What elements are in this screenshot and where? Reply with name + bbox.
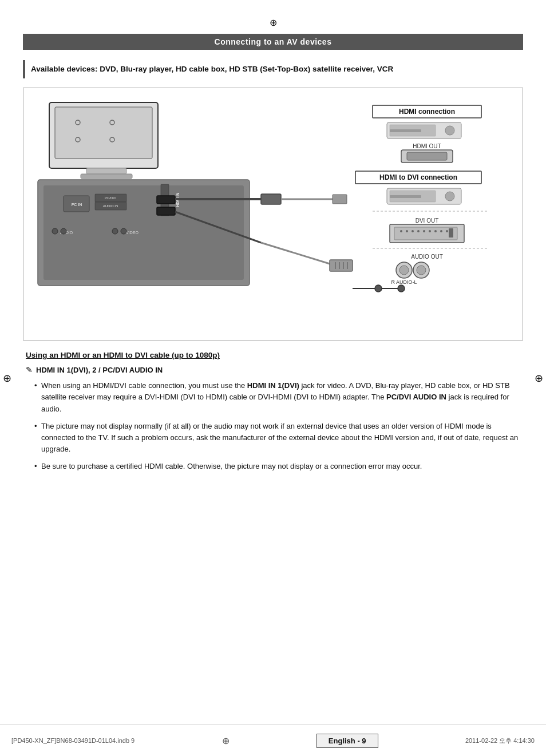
- svg-point-75: [417, 266, 426, 275]
- available-devices-text: Available devices: DVD, Blu-ray player, …: [31, 65, 393, 73]
- svg-text:HDMI connection: HDMI connection: [399, 108, 455, 116]
- svg-point-24: [112, 228, 118, 234]
- section-title-bar: Connecting to an AV devices: [23, 34, 523, 50]
- usage-title: Using an HDMI or an HDMI to DVI cable (u…: [26, 351, 520, 359]
- svg-point-63: [417, 230, 420, 232]
- svg-point-66: [434, 230, 437, 232]
- svg-text:VIDEO: VIDEO: [126, 231, 139, 235]
- svg-point-62: [412, 230, 414, 232]
- note-text: HDMI IN 1(DVI), 2 / PC/DVI AUDIO IN: [36, 366, 163, 374]
- svg-rect-27: [261, 194, 281, 204]
- svg-rect-46: [390, 129, 421, 132]
- svg-text:PC/DVI: PC/DVI: [105, 196, 116, 200]
- svg-text:HDMI to DVI connection: HDMI to DVI connection: [379, 173, 457, 181]
- svg-text:HDMI OUT: HDMI OUT: [413, 143, 441, 149]
- diagram-svg: PC IN PC/DVI AUDIO IN HDMI IN AUDIO VIDE…: [32, 100, 514, 328]
- bullet-1-bold-2: PC/DVI AUDIO IN: [386, 393, 446, 401]
- svg-rect-29: [333, 195, 347, 204]
- svg-rect-6: [86, 168, 126, 174]
- svg-rect-7: [81, 174, 132, 179]
- diagram-box: PC IN PC/DVI AUDIO IN HDMI IN AUDIO VIDE…: [23, 88, 523, 341]
- svg-point-64: [423, 230, 425, 232]
- bullet-2-text: The picture may not display normally (if…: [41, 422, 518, 453]
- svg-point-25: [121, 228, 126, 234]
- svg-point-65: [429, 230, 431, 232]
- svg-text:AUDIO OUT: AUDIO OUT: [411, 254, 443, 260]
- bullet-1-bold-1: HDMI IN 1(DVI): [247, 381, 299, 390]
- svg-rect-69: [449, 228, 453, 238]
- svg-point-23: [61, 228, 66, 234]
- svg-rect-55: [390, 195, 421, 198]
- page-footer: [PD450-XN_ZF]BN68-03491D-01L04.indb 9 ⊕ …: [0, 725, 546, 756]
- svg-point-67: [440, 230, 442, 232]
- bullet-1-text-start: When using an HDMI/DVI cable connection,…: [41, 381, 247, 390]
- svg-rect-32: [330, 260, 353, 271]
- svg-text:PC IN: PC IN: [72, 203, 82, 207]
- svg-point-40: [398, 285, 405, 292]
- svg-point-68: [446, 230, 448, 232]
- svg-point-54: [445, 192, 454, 201]
- svg-point-73: [399, 266, 409, 275]
- svg-text:R      AUDIO-L: R AUDIO-L: [391, 279, 417, 285]
- file-info: [PD450-XN_ZF]BN68-03491D-01L04.indb 9: [11, 737, 134, 744]
- svg-rect-18: [157, 196, 175, 204]
- svg-rect-1: [55, 107, 152, 159]
- svg-point-22: [52, 228, 58, 234]
- svg-rect-59: [394, 227, 457, 240]
- bullet-item-2: The picture may not display normally (if…: [34, 421, 520, 455]
- right-registration-mark: ⊕: [535, 372, 543, 385]
- available-devices-note: Available devices: DVD, Blu-ray player, …: [23, 60, 523, 78]
- bullet-list: When using an HDMI/DVI cable connection,…: [34, 380, 520, 472]
- svg-point-60: [400, 230, 402, 232]
- date-info: 2011-02-22 오후 4:14:30: [465, 737, 535, 745]
- bottom-registration-mark: ⊕: [222, 735, 230, 746]
- svg-point-38: [375, 285, 382, 292]
- svg-rect-19: [157, 207, 175, 215]
- usage-section: Using an HDMI or an HDMI to DVI cable (u…: [23, 351, 523, 472]
- page-number-label: English - 9: [329, 737, 366, 745]
- svg-text:DVI OUT: DVI OUT: [416, 217, 439, 224]
- bullet-item-1: When using an HDMI/DVI cable connection,…: [34, 380, 520, 414]
- svg-rect-49: [407, 152, 447, 160]
- page-wrapper: ⊕ ⊕ ⊕ Connecting to an AV devices Availa…: [0, 0, 546, 756]
- svg-line-31: [261, 243, 335, 266]
- svg-point-61: [406, 230, 408, 232]
- bullet-3-text: Be sure to purchase a certified HDMI cab…: [41, 462, 422, 470]
- top-registration-mark: ⊕: [23, 17, 523, 28]
- connection-diagram-svg: PC IN PC/DVI AUDIO IN HDMI IN AUDIO VIDE…: [32, 100, 523, 328]
- pencil-icon: ✎: [26, 365, 33, 374]
- page-number-box: English - 9: [316, 734, 378, 748]
- svg-point-45: [445, 126, 454, 135]
- section-title: Connecting to an AV devices: [215, 37, 332, 46]
- svg-text:AUDIO IN: AUDIO IN: [103, 204, 118, 208]
- note-header: ✎ HDMI IN 1(DVI), 2 / PC/DVI AUDIO IN: [26, 365, 520, 374]
- left-registration-mark: ⊕: [3, 372, 11, 385]
- bullet-item-3: Be sure to purchase a certified HDMI cab…: [34, 461, 520, 472]
